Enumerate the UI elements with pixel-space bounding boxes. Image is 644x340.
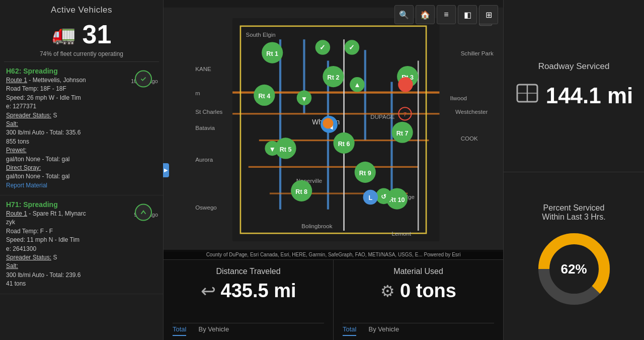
material-stat-box: Material Used ⚙ 0 tons Total By Vehicle bbox=[334, 260, 503, 340]
route-link-h71[interactable]: Route 1 bbox=[6, 210, 27, 217]
svg-text:Oswego: Oswego bbox=[195, 204, 217, 211]
svg-text:L: L bbox=[368, 194, 372, 201]
home-tool-button[interactable]: 🏠 bbox=[416, 5, 435, 24]
material-icon: ⚙ bbox=[380, 282, 395, 301]
svg-text:KANE: KANE bbox=[195, 65, 211, 72]
active-vehicles-count: 🚛 31 bbox=[0, 17, 163, 50]
active-vehicles-header: Active Vehicles bbox=[0, 0, 163, 17]
svg-text:✓: ✓ bbox=[319, 44, 326, 51]
material-tabs: Total By Vehicle bbox=[343, 323, 494, 336]
svg-text:Bolingbrook: Bolingbrook bbox=[301, 223, 332, 229]
distance-icon: ↩ bbox=[201, 281, 216, 302]
truck-icon: 🚛 bbox=[52, 23, 75, 45]
side-arrow[interactable]: ▶ bbox=[163, 163, 169, 177]
svg-text:7: 7 bbox=[404, 111, 407, 117]
vehicle-title-h71: H71: Spreading bbox=[6, 200, 157, 209]
svg-text:Ilwood: Ilwood bbox=[450, 95, 467, 101]
material-title: Material Used bbox=[343, 267, 494, 276]
svg-text:▼: ▼ bbox=[301, 95, 308, 103]
roadway-title: Roadway Serviced bbox=[538, 61, 610, 72]
svg-text:Rt 6: Rt 6 bbox=[338, 141, 350, 148]
material-tab-vehicle[interactable]: By Vehicle bbox=[368, 325, 399, 336]
svg-text:Rt 5: Rt 5 bbox=[280, 146, 292, 153]
vehicle-detail-h62: Route 1 - Mettevelis, Johnson Road Temp:… bbox=[6, 76, 157, 190]
svg-text:South Elgin: South Elgin bbox=[246, 31, 275, 38]
svg-text:✓: ✓ bbox=[349, 44, 355, 51]
distance-stat-box: Distance Traveled ↩ 435.5 mi Total By Ve… bbox=[164, 260, 334, 340]
svg-text:Rt 7: Rt 7 bbox=[396, 130, 409, 137]
left-panel: Active Vehicles 🚛 31 74% of fleet curren… bbox=[0, 0, 164, 340]
svg-text:▲: ▲ bbox=[354, 81, 361, 89]
svg-text:Rt 9: Rt 9 bbox=[359, 170, 371, 177]
report-material-link-h62[interactable]: Report Material bbox=[6, 182, 47, 189]
distance-tab-total[interactable]: Total bbox=[173, 325, 186, 336]
route-link-h62[interactable]: Route 1 bbox=[6, 77, 27, 84]
center-panel: ▶ bbox=[164, 0, 503, 340]
roadway-section: Roadway Serviced 144.1 mi bbox=[504, 0, 644, 172]
distance-value-row: ↩ 435.5 mi bbox=[173, 280, 324, 302]
vehicle-number: 31 bbox=[83, 19, 112, 49]
qr-tool-button[interactable]: ⊞ bbox=[479, 5, 498, 24]
svg-text:Westchester: Westchester bbox=[455, 108, 488, 115]
vehicle-detail-h71: Route 1 - Spare Rt 1, Mlynarc zyk Road T… bbox=[6, 210, 157, 289]
svg-text:rn: rn bbox=[195, 90, 200, 96]
donut-container: 62% bbox=[534, 229, 614, 309]
material-value-row: ⚙ 0 tons bbox=[343, 280, 494, 302]
map-attribution: County of DuPage, Esri Canada, Esri, HER… bbox=[164, 250, 503, 259]
vehicle-card-h71: H71: Spreading Route 1 - Spare Rt 1, Mly… bbox=[0, 195, 163, 294]
svg-text:Rt 8: Rt 8 bbox=[295, 188, 307, 195]
svg-text:Schiller Park: Schiller Park bbox=[461, 50, 494, 56]
svg-text:DUPAGE: DUPAGE bbox=[370, 113, 394, 120]
list-tool-button[interactable]: ≡ bbox=[437, 5, 456, 24]
svg-text:Rt 2: Rt 2 bbox=[328, 74, 340, 81]
layers-tool-button[interactable]: ◧ bbox=[458, 5, 477, 24]
vehicle-card-h62: H62: Spreading Route 1 - Mettevelis, Joh… bbox=[0, 62, 163, 195]
svg-text:Aurora: Aurora bbox=[195, 156, 213, 163]
vehicle-title-h62: H62: Spreading bbox=[6, 67, 157, 75]
map-toolbar: 🔍 🏠 ≡ ◧ ⊞ bbox=[394, 5, 498, 24]
right-panel: Roadway Serviced 144.1 mi Percent Servic… bbox=[503, 0, 644, 340]
distance-tabs: Total By Vehicle bbox=[173, 323, 324, 336]
svg-text:Rt 1: Rt 1 bbox=[266, 50, 278, 57]
svg-text:↺: ↺ bbox=[381, 193, 386, 200]
distance-value: 435.5 mi bbox=[221, 280, 296, 302]
svg-text:COOK: COOK bbox=[461, 135, 478, 142]
svg-point-70 bbox=[323, 118, 333, 128]
status-badge-h71 bbox=[135, 204, 152, 221]
percent-section: Percent ServicedWithin Last 3 Hrs. 62% bbox=[504, 172, 644, 340]
roadway-value: 144.1 mi bbox=[546, 83, 633, 108]
roadway-value-row: 144.1 mi bbox=[515, 81, 633, 110]
donut-label: 62% bbox=[560, 261, 587, 277]
highway-icon bbox=[515, 81, 540, 110]
status-badge-h62 bbox=[135, 71, 152, 88]
badge-time-row-h71: 9 sec ago bbox=[134, 211, 158, 218]
bottom-stats: Distance Traveled ↩ 435.5 mi Total By Ve… bbox=[164, 259, 503, 340]
svg-text:Batavia: Batavia bbox=[195, 124, 215, 131]
map-area[interactable]: South Elgin KANE St Charles Schiller Par… bbox=[164, 0, 503, 259]
distance-tab-vehicle[interactable]: By Vehicle bbox=[198, 325, 229, 336]
distance-title: Distance Traveled bbox=[173, 267, 324, 276]
percent-title: Percent ServicedWithin Last 3 Hrs. bbox=[542, 203, 605, 222]
badge-time-row-h62: 10 sec ago bbox=[131, 77, 158, 84]
material-tab-total[interactable]: Total bbox=[343, 325, 356, 336]
fleet-percent: 74% of fleet currently operating bbox=[0, 50, 163, 61]
svg-text:Lemont: Lemont bbox=[392, 230, 412, 237]
vehicle-list: H62: Spreading Route 1 - Mettevelis, Joh… bbox=[0, 62, 163, 340]
svg-text:St Charles: St Charles bbox=[195, 108, 222, 115]
search-tool-button[interactable]: 🔍 bbox=[394, 5, 414, 24]
svg-text:▼: ▼ bbox=[269, 146, 276, 153]
material-value: 0 tons bbox=[400, 280, 456, 302]
svg-text:Rt 4: Rt 4 bbox=[258, 93, 270, 100]
svg-point-71 bbox=[398, 77, 413, 92]
